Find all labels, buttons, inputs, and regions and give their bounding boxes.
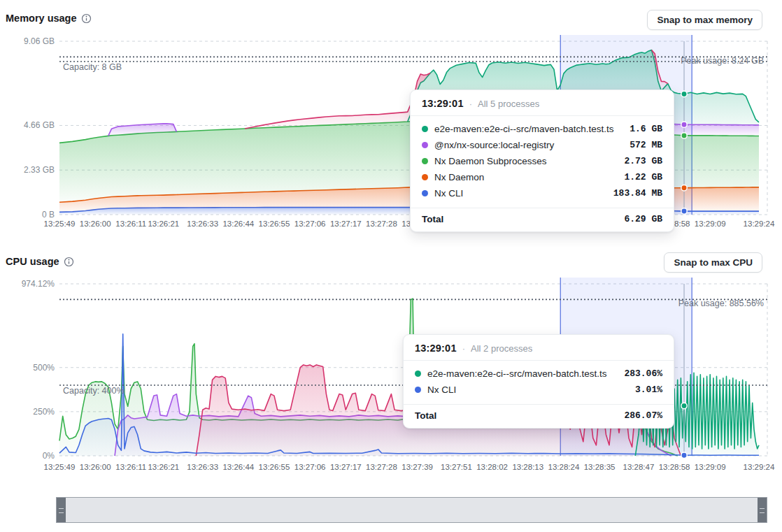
series-color-dot [422,190,428,196]
memory-tooltip-header: 13:29:01 · All 5 processes [411,90,674,116]
process-name: Nx Daemon [434,172,618,182]
memory-tooltip-total: Total 6.29 GB [411,208,674,231]
time-range-brush[interactable] [56,497,767,523]
tooltip-process-count: All 5 processes [478,99,539,109]
svg-text:13:27:06: 13:27:06 [294,463,326,471]
tooltip-process-row: e2e-maven:e2e-ci--src/maven-batch.test.t… [415,366,662,382]
svg-text:13:26:00: 13:26:00 [80,220,111,228]
memory-info-icon[interactable] [81,13,92,24]
svg-text:13:26:00: 13:26:00 [80,463,111,471]
tooltip-process-row: Nx CLI3.01% [415,382,662,398]
process-value: 572 MB [630,140,662,150]
tooltip-separator: · [469,99,472,109]
svg-text:13:25:49: 13:25:49 [44,463,76,471]
svg-text:13:28:47: 13:28:47 [623,463,655,471]
brush-right-handle[interactable] [758,498,767,522]
total-value: 286.07% [624,410,662,421]
tooltip-process-row: @nx/nx-source:local-registry572 MB [422,137,662,153]
svg-text:Capacity: 400%: Capacity: 400% [63,386,125,396]
svg-text:13:26:44: 13:26:44 [222,220,254,228]
memory-tooltip-rows: e2e-maven:e2e-ci--src/maven-batch.test.t… [411,116,674,204]
cpu-usage-title: CPU usage [6,256,59,267]
tooltip-process-row: Nx Daemon Subprocesses2.73 GB [422,153,662,169]
tooltip-process-count: All 2 processes [471,343,532,354]
cpu-section-header: CPU usage [6,256,74,267]
series-color-dot [422,126,428,132]
total-value: 6.29 GB [624,214,662,224]
snap-to-max-memory-button[interactable]: Snap to max memory [647,10,762,30]
svg-text:13:27:51: 13:27:51 [441,463,472,471]
tooltip-process-row: e2e-maven:e2e-ci--src/maven-batch.test.t… [422,121,662,137]
svg-text:13:26:55: 13:26:55 [259,220,290,228]
svg-text:13:29:24: 13:29:24 [744,220,775,228]
cpu-tooltip-rows: e2e-maven:e2e-ci--src/maven-batch.test.t… [404,361,674,401]
svg-text:13:28:35: 13:28:35 [584,463,616,471]
svg-text:13:29:09: 13:29:09 [695,220,726,228]
svg-text:Peak usage: 8.24 GB: Peak usage: 8.24 GB [681,56,764,66]
svg-text:2.33 GB: 2.33 GB [24,165,55,175]
memory-tooltip: 13:29:01 · All 5 processes e2e-maven:e2e… [410,89,674,232]
process-name: e2e-maven:e2e-ci--src/maven-batch.test.t… [427,368,618,379]
svg-text:13:28:13: 13:28:13 [512,463,543,471]
cpu-tooltip-total: Total 286.07% [404,404,674,428]
process-value: 3.01% [635,384,662,395]
tooltip-separator: · [462,343,465,354]
series-color-dot [422,158,428,164]
svg-text:13:27:06: 13:27:06 [294,220,326,228]
snap-to-max-cpu-button[interactable]: Snap to max CPU [664,252,762,273]
svg-text:13:28:02: 13:28:02 [476,463,508,471]
svg-text:Peak usage: 885.56%: Peak usage: 885.56% [678,299,764,308]
svg-text:13:26:21: 13:26:21 [148,220,179,228]
svg-text:Capacity: 8 GB: Capacity: 8 GB [63,62,122,72]
process-value: 283.06% [624,368,662,379]
svg-text:974.12%: 974.12% [22,279,55,289]
process-name: Nx Daemon Subprocesses [434,156,618,166]
svg-text:13:26:21: 13:26:21 [148,463,179,471]
svg-text:13:28:58: 13:28:58 [659,463,690,471]
cpu-info-icon[interactable] [64,257,74,267]
svg-text:250%: 250% [33,407,55,417]
svg-text:13:26:11: 13:26:11 [115,220,146,228]
total-label: Total [415,410,624,421]
svg-text:13:28:24: 13:28:24 [548,463,580,471]
memory-section-header: Memory usage [6,13,92,24]
cpu-tooltip: 13:29:01 · All 2 processes e2e-maven:e2e… [403,334,674,429]
svg-text:13:29:09: 13:29:09 [695,463,726,471]
process-name: Nx CLI [427,384,629,395]
svg-text:4.66 GB: 4.66 GB [24,120,55,130]
process-value: 183.84 MB [613,188,662,199]
total-label: Total [422,214,624,224]
svg-text:13:26:44: 13:26:44 [222,463,254,471]
svg-text:13:27:39: 13:27:39 [401,463,433,471]
process-name: e2e-maven:e2e-ci--src/maven-batch.test.t… [434,124,623,134]
svg-text:9.06 GB: 9.06 GB [24,36,55,46]
process-value: 2.73 GB [624,156,662,166]
tooltip-time: 13:29:01 [422,98,464,109]
brush-left-handle[interactable] [57,498,66,522]
process-value: 1.6 GB [630,124,662,134]
svg-text:13:26:11: 13:26:11 [115,463,146,471]
svg-text:13:26:55: 13:26:55 [259,463,290,471]
svg-text:13:26:33: 13:26:33 [187,220,218,228]
series-color-dot [415,371,421,377]
svg-text:13:27:28: 13:27:28 [366,463,397,471]
svg-text:13:27:17: 13:27:17 [330,463,362,471]
performance-dashboard: 9.06 GB4.66 GB2.33 GB0 BCapacity: 8 GBPe… [0,0,782,532]
series-color-dot [422,174,428,180]
series-color-dot [422,142,428,148]
tooltip-process-row: Nx CLI183.84 MB [422,185,662,201]
svg-text:0 B: 0 B [42,210,55,220]
cpu-tooltip-header: 13:29:01 · All 2 processes [404,335,674,361]
series-color-dot [415,387,421,393]
svg-text:0%: 0% [43,451,55,461]
svg-text:13:27:17: 13:27:17 [330,220,362,228]
svg-text:500%: 500% [33,363,55,373]
process-value: 1.22 GB [624,172,662,182]
svg-text:13:27:28: 13:27:28 [366,220,397,228]
process-name: Nx CLI [434,188,607,199]
tooltip-time: 13:29:01 [415,343,457,354]
svg-text:13:25:49: 13:25:49 [44,220,76,228]
svg-text:13:29:24: 13:29:24 [744,463,775,471]
tooltip-process-row: Nx Daemon1.22 GB [422,169,662,185]
process-name: @nx/nx-source:local-registry [434,140,623,150]
